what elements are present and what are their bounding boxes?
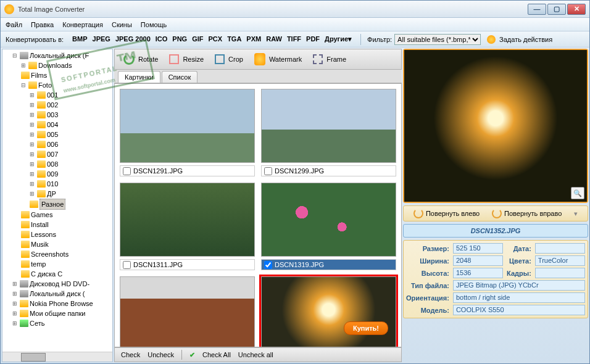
tree-item[interactable]: Сеть [30,318,44,328]
tree-item[interactable]: Install [31,220,49,230]
watermark-button[interactable]: Watermark [254,53,302,65]
format-raw[interactable]: RAW [264,34,285,44]
tree-item[interactable]: Screenshots [31,249,69,259]
frame-button[interactable]: Frame [313,54,346,64]
format-png[interactable]: PNG [170,34,189,44]
format-ico[interactable]: ICO [153,34,170,44]
preview-image [404,50,587,202]
tree-item[interactable]: Локальный диск (F [30,51,89,60]
tree-item[interactable]: Разное [39,199,65,210]
rotate-icon [123,54,135,65]
thumbnail-checkbox[interactable] [264,167,272,175]
filter-select[interactable]: All suitable files (*.bmp,*.j [394,34,481,45]
format-bar: Конвертировать в: BMPJPEGJPEG 2000ICOPNG… [1,31,589,48]
thumbnail-item[interactable]: DSCN1319.JPG [261,183,396,270]
thumbnail-item[interactable] [120,276,255,347]
format-pcx[interactable]: PCX [206,34,225,44]
maximize-button[interactable]: ▢ [547,4,566,15]
tab-list[interactable]: Список [162,71,198,83]
thumbnail-image[interactable] [120,183,255,257]
menu-file[interactable]: Файл [6,21,22,28]
menu-edit[interactable]: Правка [31,21,54,28]
thumbnail-checkbox[interactable] [123,261,131,269]
check-button[interactable]: Check [121,351,140,358]
thumbnail-image[interactable] [120,89,255,163]
tree-item[interactable]: ДР [47,189,56,199]
tree-item[interactable]: 004 [47,120,58,130]
format-pdf[interactable]: PDF [304,34,322,44]
thumbnail-name[interactable]: DSCN1299.JPG [261,165,396,176]
thumbnail-item[interactable]: DSCN1291.JPG [120,89,255,176]
zoom-button[interactable]: 🔍 [571,187,584,199]
minimize-button[interactable]: — [528,4,546,15]
rotate-right-button[interactable]: Повернуть вправо [492,209,562,218]
horizontal-scrollbar[interactable] [2,352,112,362]
thumbnail-item[interactable]: DSCN1311.JPG [120,183,255,270]
menu-convert[interactable]: Конвертация [62,21,103,28]
tree-item[interactable]: Nokia Phone Browse [30,299,93,308]
tab-thumbnails[interactable]: Картинки [118,71,160,83]
uncheck-button[interactable]: Uncheck [148,351,174,358]
tree-item[interactable]: Films [31,70,47,80]
tree-item[interactable]: Foto [38,80,52,90]
format-jpeg[interactable]: JPEG [90,34,113,44]
format-pxm[interactable]: PXM [244,34,264,44]
format-tiff[interactable]: TIFF [285,34,304,44]
watermark-icon [254,53,265,65]
format-gif[interactable]: GIF [189,34,206,44]
set-actions-button[interactable]: Задать действия [499,36,552,43]
tree-item[interactable]: 007 [47,149,58,159]
thumbnail-item[interactable]: DSCN1299.JPG [261,89,396,176]
thumbnail-image[interactable] [261,276,396,347]
network-icon [20,320,28,327]
tree-item[interactable]: 005 [47,130,58,139]
crop-button[interactable]: Crop [215,54,243,64]
thumbnail-name[interactable]: DSCN1291.JPG [120,165,255,176]
format-jpeg 2000[interactable]: JPEG 2000 [113,34,153,44]
buy-button[interactable]: Купить! [344,321,388,335]
thumbnail-image[interactable] [120,276,255,347]
check-all-button[interactable]: Check All [202,351,231,358]
meta-filetype-value: JPEG Bitmap (JPG) YCbCr [453,280,585,291]
thumbnail-grid[interactable]: DSCN1291.JPGDSCN1299.JPGDSCN1311.JPGDSCN… [114,83,402,347]
checkall-icon: ✔ [189,351,195,359]
convert-to-label: Конвертировать в: [6,36,64,43]
thumbnail-name[interactable]: DSCN1311.JPG [120,259,255,270]
close-button[interactable]: ✕ [567,4,586,15]
uncheck-all-button[interactable]: Uncheck all [238,351,273,358]
thumbnail-checkbox[interactable] [123,167,131,175]
resize-button[interactable]: Resize [169,54,204,64]
tree-item[interactable]: Downloads [38,60,72,70]
tree-item[interactable]: 002 [47,100,58,110]
format-другие▾[interactable]: Другие▾ [322,34,354,44]
thumbnail-checkbox[interactable] [264,261,272,269]
thumbnail-item[interactable] [261,276,396,347]
rotate-left-button[interactable]: Повернуть влево [413,209,480,218]
tree-item[interactable]: temp [31,259,46,269]
rotate-button[interactable]: Rotate [123,54,158,65]
menu-skins[interactable]: Скины [112,21,132,28]
tree-item[interactable]: Lessons [31,230,56,239]
format-tga[interactable]: TGA [225,34,244,44]
tree-item[interactable]: 008 [47,159,58,169]
thumbnail-name[interactable]: DSCN1319.JPG [261,259,396,270]
rotate-menu-icon[interactable]: ▾ [574,210,578,218]
tree-item[interactable]: 001 [47,90,58,100]
tree-item[interactable]: Мои общие папки [30,308,85,318]
menu-help[interactable]: Помощь [141,21,167,28]
tree-item[interactable]: 006 [47,139,58,149]
thumbnail-image[interactable] [261,89,396,163]
tree-item[interactable]: 009 [47,169,58,179]
tree-item[interactable]: Games [31,210,52,220]
folder-icon [28,62,37,69]
tree-item[interactable]: 003 [47,110,58,120]
tree-item[interactable]: С диска С [31,269,62,279]
phone-icon [20,300,28,307]
folder-tree[interactable]: Локальный диск (F Downloads Films Foto 0… [2,49,112,352]
tree-item[interactable]: Musik [31,239,49,249]
tree-item[interactable]: Локальный диск ( [30,289,85,299]
tree-item[interactable]: 010 [47,179,58,189]
tree-item[interactable]: Дисковод HD DVD- [30,279,89,289]
thumbnail-image[interactable] [261,183,396,257]
format-bmp[interactable]: BMP [70,34,89,44]
